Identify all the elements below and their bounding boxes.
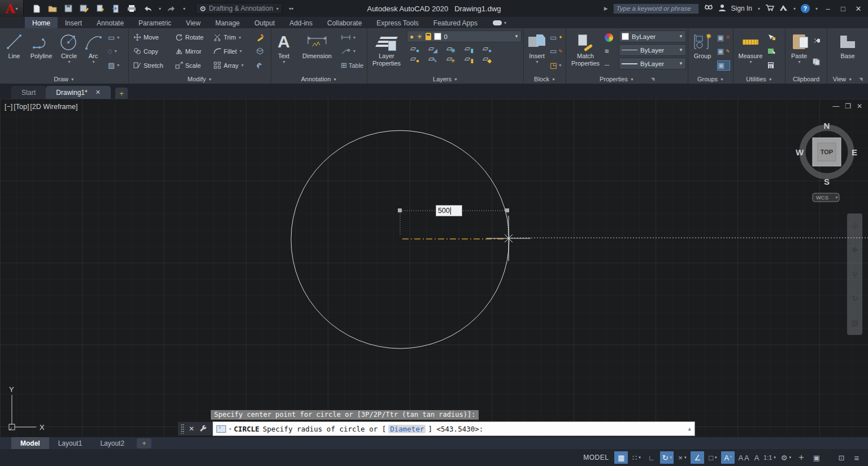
undo-dropdown-icon[interactable]: ▾	[159, 6, 161, 11]
linetype-dropdown[interactable]: ByLayer▼	[619, 44, 686, 56]
move-button[interactable]: Move	[133, 31, 172, 44]
tab-annotate[interactable]: Annotate	[89, 17, 131, 28]
quick-calc-button[interactable]	[767, 60, 776, 71]
trim-button[interactable]: Trim▾	[214, 31, 253, 44]
insert-button[interactable]: Insert ▾	[526, 29, 548, 73]
help-icon[interactable]: ?	[801, 4, 810, 13]
customize-menu-button[interactable]: ≡	[850, 451, 863, 464]
plot-icon[interactable]	[95, 4, 105, 13]
rectangle-tool-button[interactable]: ▭▾	[108, 32, 119, 42]
save-icon[interactable]	[63, 4, 73, 13]
dimension-button[interactable]: Dimension	[297, 29, 337, 73]
isolate-objects-button[interactable]: ▣	[810, 451, 823, 464]
maximize-button[interactable]: □	[838, 5, 848, 13]
autodesk-logo-icon[interactable]	[779, 5, 788, 13]
close-command-icon[interactable]: ✕	[189, 425, 194, 433]
app-store-cart-icon[interactable]	[765, 4, 774, 13]
table-button[interactable]: ⊞Table	[341, 60, 363, 71]
isodraft-toggle[interactable]: ×▾	[675, 451, 689, 464]
linetype-icon[interactable]: ┄	[605, 60, 616, 71]
group-edit-button[interactable]: ▣✎	[717, 46, 730, 56]
layer-match-button[interactable]: ▱◆	[479, 54, 492, 63]
workspace-selector[interactable]: ⚙ Drafting & Annotation ▾	[196, 3, 283, 14]
object-color-dropdown[interactable]: ByLayer▼	[619, 31, 686, 42]
rotate-button[interactable]: Rotate	[175, 31, 210, 44]
save-as-icon[interactable]	[79, 4, 89, 13]
layer-dropdown[interactable]: ● ☀ 0 ▼	[407, 31, 522, 42]
layout-tab-layout1[interactable]: Layout1	[49, 437, 92, 450]
open-file-icon[interactable]	[47, 4, 58, 13]
hatch-tool-button[interactable]: ▨▾	[108, 60, 119, 71]
clean-screen-button[interactable]: ⊡	[835, 451, 848, 464]
write-block-button[interactable]: ▭✎	[550, 46, 563, 56]
quick-select-button[interactable]	[767, 32, 776, 42]
panel-label-annotation[interactable]: Annotation▼	[271, 75, 367, 84]
redo-dropdown-icon[interactable]: ▾	[183, 6, 185, 11]
lineweight-dropdown[interactable]: ByLayer▼	[619, 58, 686, 69]
search-input[interactable]: Type a keyword or phrase	[613, 3, 699, 14]
osnap-tracking-toggle[interactable]: ∠	[691, 451, 704, 464]
layer-thaw-button[interactable]: ▱☀	[443, 54, 455, 63]
fillet-button[interactable]: Fillet▾	[214, 45, 253, 58]
workspace-switching-button[interactable]: ⚙▾	[779, 451, 793, 464]
offset-button[interactable]	[256, 60, 269, 71]
panel-label-modify[interactable]: Modify▼	[129, 75, 271, 84]
panel-label-view[interactable]: View▼◥	[827, 75, 868, 84]
autodesk-dropdown-icon[interactable]: ▾	[793, 6, 796, 11]
circle-button[interactable]: Circle ▾	[56, 29, 82, 73]
copy-clip-button[interactable]	[813, 57, 821, 67]
new-drawing-tab-button[interactable]: +	[115, 88, 128, 99]
export-icon[interactable]	[111, 4, 121, 13]
panel-label-properties[interactable]: Properties▼◥	[566, 75, 688, 84]
tab-add-ins[interactable]: Add-ins	[282, 17, 320, 28]
tab-collaborate[interactable]: Collaborate	[320, 17, 369, 28]
app-menu-button[interactable]: A▾	[0, 0, 24, 17]
customize-wrench-icon[interactable]	[199, 424, 206, 434]
osnap-toggle[interactable]: □▾	[706, 451, 719, 464]
group-button[interactable]: ✷ Group	[690, 29, 715, 73]
line-button[interactable]: Line	[2, 29, 27, 73]
layout-tab-model[interactable]: Model	[11, 437, 49, 450]
group-selection-button[interactable]: ▣	[717, 60, 730, 71]
file-tab-start[interactable]: Start	[11, 86, 46, 99]
measure-button[interactable]: Measure ▾	[737, 29, 764, 73]
model-space-toggle[interactable]: MODEL	[579, 451, 613, 464]
arc-button[interactable]: Arc ▾	[82, 29, 105, 73]
leader-button[interactable]: ▾	[341, 46, 363, 56]
tab-output[interactable]: Output	[247, 17, 282, 28]
help-dropdown-icon[interactable]: ▾	[815, 6, 818, 11]
close-tab-icon[interactable]: ✕	[96, 89, 101, 96]
mirror-button[interactable]: Mirror	[175, 45, 210, 58]
annotation-visibility-toggle[interactable]: A°	[721, 451, 735, 464]
layer-lock-button[interactable]: ▱▮	[461, 44, 474, 53]
layer-on2-button[interactable]: ▱●	[407, 54, 419, 63]
match-properties-button[interactable]: Match Properties	[569, 29, 602, 73]
panel-label-groups[interactable]: Groups▼	[688, 75, 733, 84]
layer-off-button[interactable]: ▱●	[407, 44, 419, 53]
layer-make-current-button[interactable]: ▱●	[479, 44, 492, 53]
redo-icon[interactable]	[167, 4, 177, 13]
polyline-button[interactable]: Polyline	[27, 29, 56, 73]
tab-manage[interactable]: Manage	[208, 17, 247, 28]
dynamic-input-field[interactable]: 500	[436, 205, 462, 216]
scale-button[interactable]: Scale	[175, 59, 210, 72]
chevron-down-icon[interactable]: ▾	[229, 426, 232, 432]
customization-plus-button[interactable]: +	[795, 451, 808, 464]
layout-tab-layout2[interactable]: Layout2	[91, 437, 133, 450]
autoscale-toggle[interactable]: AA	[736, 451, 750, 464]
tab-parametric[interactable]: Parametric	[131, 17, 179, 28]
recent-commands-icon[interactable]	[216, 425, 226, 433]
command-bar-handle[interactable]: ✕	[177, 421, 212, 436]
tab-featured-apps[interactable]: Featured Apps	[426, 17, 485, 28]
layer-unisolate-button[interactable]: ▱✎	[425, 54, 437, 63]
sign-in-button[interactable]: Sign In	[731, 5, 752, 12]
tab-insert[interactable]: Insert	[58, 17, 89, 28]
new-layout-button[interactable]: +	[137, 438, 151, 448]
linear-dim-button[interactable]: ▾	[341, 32, 363, 42]
ellipse-tool-button[interactable]: ◌▾	[108, 46, 119, 56]
lineweight-icon[interactable]: ≡	[605, 46, 616, 56]
layer-isolate-button[interactable]: ▱◢	[425, 44, 437, 53]
layer-freeze-button[interactable]: ▱❋	[443, 44, 455, 53]
print-icon[interactable]	[127, 4, 137, 13]
polar-tracking-toggle[interactable]: ↻▾	[660, 451, 674, 464]
